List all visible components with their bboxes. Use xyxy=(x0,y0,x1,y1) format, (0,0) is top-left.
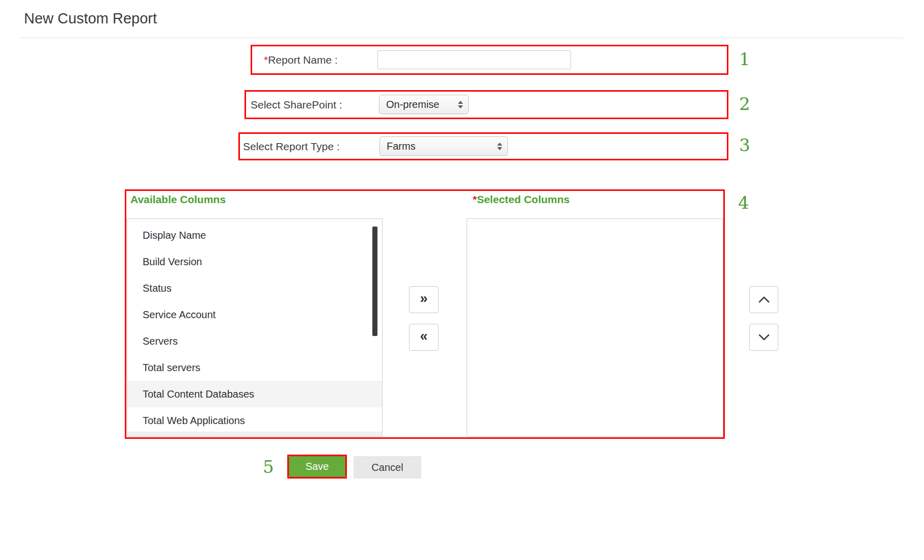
cancel-button[interactable]: Cancel xyxy=(354,456,421,479)
selected-columns-listbox[interactable] xyxy=(467,218,723,437)
double-chevron-left-icon: « xyxy=(420,329,427,343)
sharepoint-label: Select SharePoint : xyxy=(251,90,342,119)
annotation-number-5: 5 xyxy=(263,457,274,477)
list-item[interactable]: Servers xyxy=(127,328,382,354)
annotation-number-2: 2 xyxy=(739,94,750,114)
selected-columns-label: *Selected Columns xyxy=(473,193,569,206)
available-columns-listbox[interactable]: Display NameBuild VersionStatusService A… xyxy=(127,218,383,437)
select-up-down-arrows-icon xyxy=(458,101,463,108)
list-item[interactable]: Total Content Databases xyxy=(127,381,382,407)
report-type-label: Select Report Type : xyxy=(243,132,340,160)
new-custom-report-page: New Custom Report *Report Name : 1 Selec… xyxy=(0,0,924,560)
title-divider xyxy=(20,38,903,38)
vertical-scrollbar-thumb[interactable] xyxy=(372,227,377,336)
move-down-button[interactable] xyxy=(749,324,778,351)
annotation-number-1: 1 xyxy=(739,49,750,69)
move-all-left-button[interactable]: « xyxy=(409,324,439,351)
chevron-up-icon xyxy=(758,296,770,303)
annotation-number-4: 4 xyxy=(738,192,749,213)
save-button[interactable]: Save xyxy=(289,456,345,477)
list-item[interactable]: Display Name xyxy=(127,222,382,248)
select-up-down-arrows-icon xyxy=(497,143,502,150)
available-columns-label: Available Columns xyxy=(130,193,226,206)
list-item[interactable]: Build Version xyxy=(127,248,382,275)
chevron-down-icon xyxy=(758,334,770,341)
double-chevron-right-icon: » xyxy=(420,292,427,305)
annotation-box-save: Save xyxy=(287,455,347,479)
list-item[interactable]: Service Account xyxy=(127,301,382,328)
selected-columns-list xyxy=(467,219,723,222)
list-item[interactable]: Total servers xyxy=(127,354,382,381)
list-item[interactable]: Total Web Applications xyxy=(127,407,382,434)
report-type-select[interactable]: Farms xyxy=(379,136,508,156)
sharepoint-select-value: On-premise xyxy=(386,99,439,110)
report-name-label: *Report Name : xyxy=(264,45,338,75)
report-name-input[interactable] xyxy=(377,50,571,69)
sharepoint-select[interactable]: On-premise xyxy=(379,95,469,114)
annotation-number-3: 3 xyxy=(739,135,750,155)
horizontal-scrollbar-track[interactable] xyxy=(127,432,382,436)
move-all-right-button[interactable]: » xyxy=(409,286,439,313)
available-columns-list: Display NameBuild VersionStatusService A… xyxy=(127,219,382,434)
required-asterisk: * xyxy=(473,193,477,205)
list-item[interactable]: Status xyxy=(127,275,382,301)
move-up-button[interactable] xyxy=(749,286,778,313)
report-type-select-value: Farms xyxy=(387,141,416,152)
required-asterisk: * xyxy=(264,54,268,66)
page-title: New Custom Report xyxy=(24,10,157,27)
